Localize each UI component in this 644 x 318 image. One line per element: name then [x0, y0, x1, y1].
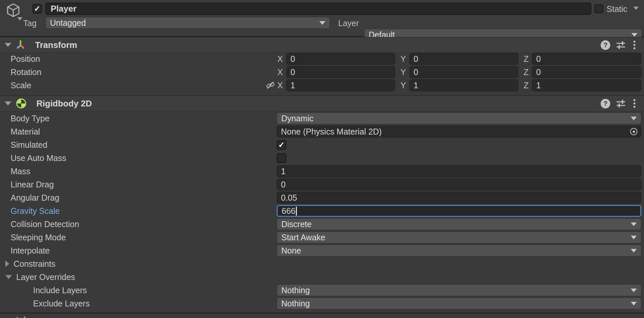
- tag-label: Tag: [23, 19, 36, 28]
- mass-label: Mass: [0, 167, 277, 176]
- object-picker-icon[interactable]: [630, 128, 637, 135]
- linear-drag-field[interactable]: 0: [277, 179, 641, 190]
- use-auto-mass-row: Use Auto Mass: [0, 151, 644, 165]
- include-layers-row: Include Layers Nothing: [0, 284, 644, 297]
- check-icon: ✓: [278, 140, 285, 149]
- scale-x-field[interactable]: 1: [286, 79, 395, 91]
- chevron-down-icon: [631, 289, 637, 292]
- transform-header[interactable]: Transform ?: [0, 37, 644, 53]
- include-layers-label: Include Layers: [0, 286, 277, 295]
- scale-label: Scale: [0, 81, 263, 90]
- position-z-field[interactable]: 0: [532, 53, 641, 65]
- gameobject-active-checkbox[interactable]: ✓: [32, 4, 42, 14]
- gameobject-name: Player: [51, 4, 76, 14]
- material-label: Material: [0, 127, 277, 137]
- position-label: Position: [0, 54, 263, 64]
- exclude-layers-row: Exclude Layers Nothing: [0, 297, 644, 310]
- static-label: Static: [607, 4, 627, 14]
- text-cursor: [296, 207, 297, 216]
- info-label: Info: [16, 315, 30, 318]
- transform-body: Position X 0 Y 0 Z 0 Rotation X 0 Y 0 Z …: [0, 52, 644, 92]
- exclude-layers-label: Exclude Layers: [0, 299, 277, 308]
- constraints-label: Constraints: [14, 259, 55, 269]
- rigidbody2d-body: Body Type Dynamic Material None (Physics…: [0, 112, 644, 310]
- rotation-y-field[interactable]: 0: [409, 66, 518, 78]
- scale-y-field[interactable]: 1: [409, 79, 518, 91]
- gravity-scale-field[interactable]: 666: [277, 205, 641, 217]
- scale-unlink-icon[interactable]: [263, 81, 277, 90]
- check-icon: ✓: [34, 4, 40, 13]
- gameobject-name-field[interactable]: Player: [45, 3, 591, 15]
- mass-row: Mass 1: [0, 165, 644, 178]
- simulated-checkbox[interactable]: ✓: [277, 140, 286, 150]
- material-object-field[interactable]: None (Physics Material 2D): [277, 126, 641, 138]
- help-icon[interactable]: ?: [601, 40, 610, 50]
- sleeping-mode-label: Sleeping Mode: [0, 233, 277, 242]
- use-auto-mass-checkbox[interactable]: [277, 153, 286, 163]
- interpolate-row: Interpolate None: [0, 244, 644, 257]
- rigidbody2d-icon: [16, 98, 26, 109]
- chevron-down-icon: [319, 21, 325, 25]
- mass-field[interactable]: 1: [277, 165, 641, 177]
- position-row: Position X 0 Y 0 Z 0: [0, 52, 644, 65]
- rigidbody2d-title: Rigidbody 2D: [36, 99, 92, 109]
- rotation-label: Rotation: [0, 67, 263, 77]
- gravity-scale-label: Gravity Scale: [0, 206, 277, 216]
- material-row: Material None (Physics Material 2D): [0, 125, 644, 138]
- transform-title: Transform: [35, 40, 77, 50]
- position-y-field[interactable]: 0: [409, 53, 518, 65]
- interpolate-dropdown[interactable]: None: [277, 245, 641, 257]
- rigidbody2d-foldout-icon[interactable]: [5, 101, 11, 105]
- transform-icon: [16, 40, 25, 50]
- static-chevron-down-icon[interactable]: [633, 7, 639, 10]
- layer-overrides-foldout-icon[interactable]: [5, 275, 12, 279]
- simulated-label: Simulated: [0, 140, 277, 150]
- angular-drag-field[interactable]: 0.05: [277, 192, 641, 204]
- include-layers-dropdown[interactable]: Nothing: [277, 284, 641, 296]
- gameobject-header: ✓ Player Static Tag Untagged Layer Defau…: [0, 0, 644, 37]
- rotation-z-field[interactable]: 0: [532, 66, 641, 78]
- chevron-down-icon: [631, 222, 637, 226]
- chevron-down-icon: [631, 117, 637, 120]
- scale-row: Scale X 1 Y 1 Z 1: [0, 79, 644, 92]
- chevron-down-icon: [631, 302, 637, 305]
- rigidbody2d-header[interactable]: Rigidbody 2D ?: [0, 96, 644, 111]
- angular-drag-row: Angular Drag 0.05: [0, 191, 644, 204]
- chevron-down-icon: [631, 249, 637, 253]
- presets-icon[interactable]: [616, 40, 626, 50]
- body-type-dropdown[interactable]: Dynamic: [277, 112, 641, 124]
- angular-drag-label: Angular Drag: [0, 193, 277, 203]
- tag-dropdown[interactable]: Untagged: [45, 17, 330, 29]
- body-type-label: Body Type: [0, 114, 277, 123]
- linear-drag-row: Linear Drag 0: [0, 178, 644, 191]
- info-row[interactable]: Info: [0, 313, 644, 318]
- sleeping-mode-row: Sleeping Mode Start Awake: [0, 231, 644, 244]
- exclude-layers-dropdown[interactable]: Nothing: [277, 298, 641, 309]
- rotation-row: Rotation X 0 Y 0 Z 0: [0, 65, 644, 79]
- more-menu-icon[interactable]: [631, 99, 637, 108]
- chevron-down-icon: [631, 33, 637, 37]
- collision-detection-dropdown[interactable]: Discrete: [277, 218, 641, 230]
- help-icon[interactable]: ?: [601, 99, 610, 108]
- static-checkbox[interactable]: [594, 4, 603, 13]
- linear-drag-label: Linear Drag: [0, 180, 277, 189]
- gravity-scale-row: Gravity Scale 666: [0, 204, 644, 218]
- scale-z-field[interactable]: 1: [532, 79, 641, 91]
- tag-value: Untagged: [50, 18, 86, 28]
- interpolate-label: Interpolate: [0, 246, 277, 256]
- constraints-foldout-icon[interactable]: [5, 260, 9, 267]
- collision-detection-label: Collision Detection: [0, 219, 277, 229]
- more-menu-icon[interactable]: [631, 41, 637, 49]
- sleeping-mode-dropdown[interactable]: Start Awake: [277, 231, 641, 243]
- rotation-x-field[interactable]: 0: [286, 66, 395, 78]
- gameobject-icon-chevron-down-icon[interactable]: [17, 17, 23, 20]
- body-type-row: Body Type Dynamic: [0, 112, 644, 125]
- simulated-row: Simulated ✓: [0, 138, 644, 151]
- position-x-field[interactable]: 0: [286, 53, 395, 65]
- transform-foldout-icon[interactable]: [5, 43, 11, 47]
- collision-detection-row: Collision Detection Discrete: [0, 218, 644, 231]
- presets-icon[interactable]: [616, 99, 626, 108]
- layer-overrides-row[interactable]: Layer Overrides: [0, 270, 644, 284]
- layer-overrides-label: Layer Overrides: [16, 272, 75, 282]
- constraints-row[interactable]: Constraints: [0, 257, 644, 270]
